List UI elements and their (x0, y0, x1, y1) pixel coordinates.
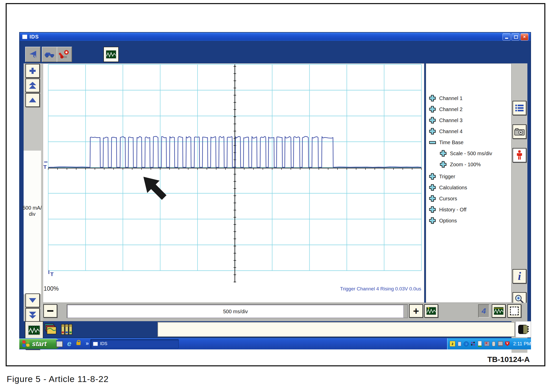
tray-help-icon[interactable]: 2 (450, 341, 455, 347)
tray-antivirus-icon[interactable]: V (505, 341, 510, 346)
info-icon: i (518, 271, 521, 282)
page: IDS × (0, 0, 551, 392)
timebase-increase-button[interactable]: + (409, 304, 423, 318)
tray-clock[interactable]: 2:11 PM (513, 341, 531, 347)
title-bar: IDS × (20, 33, 530, 41)
expand-plus-icon[interactable] (428, 94, 436, 102)
taskbar-task-ids[interactable]: IDS (90, 339, 179, 348)
timebase-decrease-button[interactable] (43, 304, 57, 318)
channel-indicator-number: 4 (482, 307, 486, 315)
toolbox-button[interactable] (57, 47, 72, 62)
tray-dots-icon[interactable] (471, 341, 476, 346)
start-button[interactable]: start (19, 339, 60, 349)
oscilloscope-tool-button[interactable] (103, 47, 119, 62)
tree-item-channel-3[interactable]: Channel 3 (428, 116, 463, 125)
scope-mode-button[interactable] (492, 304, 506, 318)
down-arrow-icon (28, 297, 37, 304)
tray-mouse-icon[interactable] (491, 341, 496, 346)
expand-plus-icon[interactable] (428, 105, 436, 113)
tray-network-error-icon[interactable]: × (484, 341, 489, 346)
folders-icon (43, 323, 58, 336)
quicklaunch-app[interactable] (56, 340, 63, 347)
timebase-scroll-thumb[interactable]: 500 ms/div (67, 305, 404, 318)
tree-item-channel-4[interactable]: Channel 4 (428, 127, 463, 136)
restore-button[interactable] (511, 33, 519, 41)
collapse-minus-icon[interactable] (428, 139, 436, 146)
trigger-readout: Trigger Channel 4 Rising 0.03V 0.0us (293, 286, 421, 292)
double-down-arrow-icon (28, 311, 37, 319)
plus-icon (28, 67, 37, 75)
move-down-fast-button[interactable] (25, 308, 40, 322)
tab-oscilloscope[interactable] (25, 321, 43, 339)
tree-item-zoom[interactable]: Zoom - 100% (439, 160, 481, 169)
oscilloscope-icon (426, 307, 436, 315)
restore-icon (514, 35, 518, 39)
tab-sessions[interactable] (43, 323, 58, 337)
tree-item-channel-1[interactable]: Channel 1 (428, 94, 463, 103)
capture-button[interactable] (513, 124, 526, 139)
tray-doc-icon[interactable] (457, 341, 462, 346)
tree-item-label: Zoom - 100% (450, 162, 481, 168)
help-agent-button[interactable] (513, 148, 526, 162)
expand-plus-icon[interactable] (439, 161, 447, 168)
figure-caption: Figure 5 - Article 11-8-22 (7, 374, 109, 384)
tree-item-cursors[interactable]: Cursors (428, 194, 457, 203)
move-down-button[interactable] (25, 293, 40, 307)
timebase-scroll-row: 500 ms/div + 4 (43, 303, 527, 321)
channel-indicator-button[interactable]: 4 (478, 304, 489, 318)
minus-icon (47, 310, 53, 312)
minimize-icon (505, 38, 508, 39)
tree-item-label: Channel 3 (439, 117, 463, 123)
expand-plus-icon[interactable] (428, 217, 436, 224)
tree-item-label: Channel 1 (439, 95, 463, 101)
oscilloscope-display (43, 63, 424, 303)
timebase-scrollbar[interactable]: 500 ms/div (67, 304, 408, 318)
zoom-percentage: 100% (44, 285, 59, 292)
move-up-button[interactable] (25, 93, 40, 107)
quicklaunch-security[interactable] (75, 340, 82, 347)
trigger-level-dash (44, 162, 47, 162)
scale-increase-button[interactable] (25, 64, 40, 78)
tree-item-time-base[interactable]: Time Base (428, 138, 464, 147)
status-bar (158, 322, 515, 337)
vehicle-button[interactable] (42, 47, 57, 62)
toolbar (20, 41, 530, 63)
expand-plus-icon[interactable] (428, 195, 436, 202)
tray-display-icon[interactable] (498, 341, 503, 346)
back-button[interactable] (25, 47, 41, 62)
scope-view-button[interactable] (424, 304, 438, 318)
tree-item-trigger[interactable]: Trigger (428, 172, 455, 181)
trigger-level-marker[interactable]: T (43, 164, 47, 170)
tree-item-options[interactable]: Options (428, 216, 457, 225)
expand-plus-icon[interactable] (428, 173, 436, 180)
expand-plus-icon[interactable] (428, 128, 436, 135)
expand-plus-icon[interactable] (428, 116, 436, 124)
expand-plus-icon[interactable] (428, 184, 436, 191)
toolbox-icon (59, 49, 70, 60)
close-button[interactable]: × (520, 33, 528, 41)
tree-item-label: Options (439, 218, 457, 224)
info-button[interactable]: i (513, 269, 526, 283)
tree-item-channel-2[interactable]: Channel 2 (428, 105, 463, 114)
expand-plus-icon[interactable] (439, 150, 447, 157)
trigger-time-marker[interactable]: T (50, 271, 54, 277)
tree-item-calculations[interactable]: Calculations (428, 183, 467, 192)
ie-e-icon: e (67, 339, 72, 348)
tray-msn-icon[interactable]: ‹ (464, 341, 469, 346)
move-up-fast-button[interactable] (25, 79, 40, 92)
tree-item-scale[interactable]: Scale - 500 ms/div (439, 149, 492, 158)
minimize-button[interactable] (503, 33, 510, 41)
app-window-icon (56, 340, 63, 347)
tree-item-label: Scale - 500 ms/div (450, 151, 492, 156)
tray-agent-icon[interactable] (477, 341, 483, 346)
tree-item-history[interactable]: History - Off (428, 205, 466, 214)
selection-mode-button[interactable] (507, 304, 521, 318)
list-view-button[interactable] (513, 101, 526, 115)
tab-library[interactable] (60, 323, 75, 337)
quicklaunch-overflow[interactable]: » (83, 340, 91, 347)
person-icon (516, 150, 523, 160)
battery-icon (517, 324, 529, 335)
expand-plus-icon[interactable] (428, 206, 436, 213)
oscilloscope-tab-icon (28, 325, 40, 335)
quicklaunch-browser[interactable]: e (65, 340, 73, 347)
